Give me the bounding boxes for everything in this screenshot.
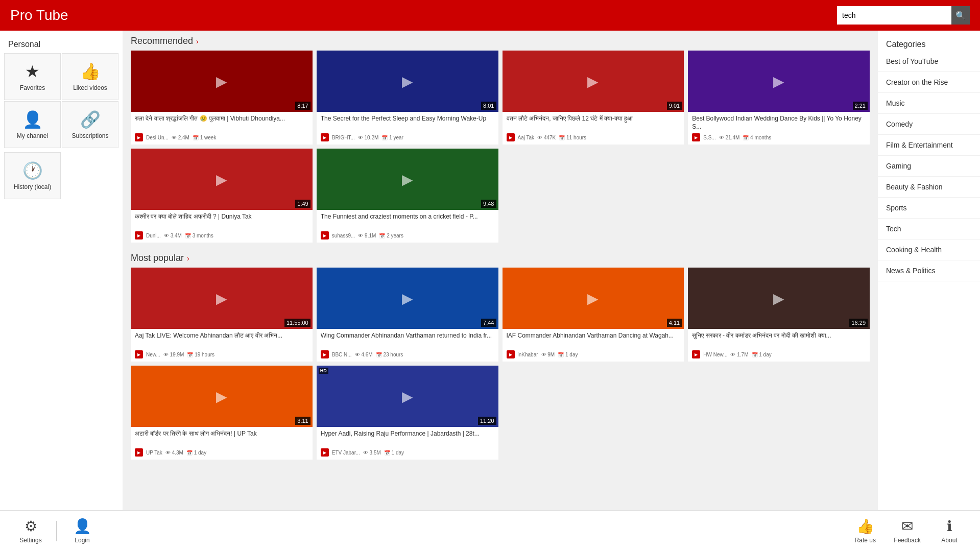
channel-name: Desi Un... (146, 135, 169, 140)
video-info: कश्मीर पर क्या बोले शाहिद अफरीदी ? | Dun… (131, 210, 313, 243)
app-title: Pro Tube (10, 7, 837, 23)
video-card-r6[interactable]: ▶ 9:48 The Funniest and craziest moments… (317, 149, 498, 243)
video-card-r4[interactable]: ▶ 2:21 Best Bollywood Indian Wedding Dan… (688, 51, 870, 145)
rate-us-label: Rate us (855, 537, 876, 544)
video-duration: 7:44 (481, 319, 496, 327)
views-meta: 👁 3.5M (363, 450, 381, 456)
sidebar-item-liked-videos[interactable]: 👍 Liked videos (62, 53, 118, 100)
sidebar-item-history[interactable]: 🕐 History (local) (4, 152, 61, 199)
views-meta: 👁 9.1M (358, 233, 376, 238)
my-channel-label: My channel (17, 132, 48, 139)
video-title: सुनिए सरकार - वीर कमांडर अभिनंदन पर मोदी… (692, 332, 866, 348)
category-item-comedy[interactable]: Comedy (878, 114, 980, 135)
thumb-bg: ▶ (317, 51, 498, 112)
video-thumb: ▶ 1:49 (131, 149, 313, 210)
age-meta: 📅 3 months (185, 233, 213, 238)
most-popular-arrow[interactable]: › (187, 254, 189, 262)
channel-icon: ▶ (692, 350, 700, 358)
video-thumb: ▶ 2:21 (688, 51, 870, 112)
category-item-creator-on-the-rise[interactable]: Creator on the Rise (878, 72, 980, 93)
video-card-p3[interactable]: ▶ 4:11 IAF Commander Abhinandan Varthama… (503, 268, 684, 362)
recommended-header: Recommended › (131, 36, 870, 46)
video-info: Hyper Aadi, Raising Raju Performance | J… (317, 427, 498, 460)
video-info: IAF Commander Abhinandan Varthaman Danci… (503, 329, 684, 362)
channel-name: Duni... (146, 233, 161, 238)
video-card-p4[interactable]: ▶ 16:29 सुनिए सरकार - वीर कमांडर अभिनंदन… (688, 268, 870, 362)
category-item-music[interactable]: Music (878, 93, 980, 114)
video-thumb: ▶ 9:01 (503, 51, 684, 112)
channel-icon: ▶ (321, 231, 329, 239)
video-card-r3[interactable]: ▶ 9:01 वतन लौटे अभिनंदन, जानिए पिछले 12 … (503, 51, 684, 145)
recommended-arrow[interactable]: › (196, 37, 199, 45)
category-item-sports[interactable]: Sports (878, 198, 980, 219)
video-card-p5[interactable]: ▶ 3:11 अटारी बॉर्डर पर तिरंगे के साथ लोग… (131, 366, 313, 460)
recommended-grid: ▶ 8:17 रुला देने वाला श्रद्धांजलि गीत 😢 … (131, 51, 870, 243)
video-title: रुला देने वाला श्रद्धांजलि गीत 😢 पुलवामा… (135, 115, 308, 131)
search-button[interactable]: 🔍 (951, 6, 970, 25)
category-item-tech[interactable]: Tech (878, 219, 980, 239)
video-title: Wing Commander Abhinandan Varthaman retu… (321, 332, 494, 348)
categories-title: Categories (878, 36, 980, 51)
login-icon: 👤 (74, 518, 91, 535)
channel-icon: ▶ (135, 133, 143, 141)
video-meta: ▶ Duni... 👁 3.4M 📅 3 months (135, 231, 308, 239)
category-item-gaming[interactable]: Gaming (878, 156, 980, 177)
video-meta: ▶ Aaj Tak 👁 447K 📅 11 hours (507, 133, 680, 141)
settings-button[interactable]: ⚙ Settings (10, 514, 51, 548)
channel-name: New... (146, 352, 160, 357)
video-card-p6[interactable]: ▶ HD 11:20 Hyper Aadi, Raising Raju Perf… (317, 366, 498, 460)
most-popular-header: Most popular › (131, 253, 870, 263)
video-info: अटारी बॉर्डर पर तिरंगे के साथ लोग अभिनंद… (131, 427, 313, 460)
thumb-bg: ▶ (317, 366, 498, 427)
channel-name: UP Tak (146, 450, 162, 456)
rate-us-button[interactable]: 👍 Rate us (845, 514, 886, 548)
login-button[interactable]: 👤 Login (62, 514, 103, 548)
video-info: रुला देने वाला श्रद्धांजलि गीत 😢 पुलवामा… (131, 112, 313, 145)
thumb-bg: ▶ (503, 268, 684, 329)
video-meta: ▶ BRIGHT... 👁 10.2M 📅 1 year (321, 133, 494, 141)
channel-icon: ▶ (321, 448, 329, 457)
categories-panel: Categories Best of YouTubeCreator on the… (878, 31, 980, 510)
star-icon: ★ (25, 62, 40, 81)
video-card-r2[interactable]: ▶ 8:01 The Secret for the Perfect Sleep … (317, 51, 498, 145)
category-item-cooking-health[interactable]: Cooking & Health (878, 239, 980, 260)
video-duration: 9:48 (481, 200, 496, 208)
category-item-beauty-fashion[interactable]: Beauty & Fashion (878, 177, 980, 198)
feedback-label: Feedback (894, 537, 921, 544)
sidebar-item-subscriptions[interactable]: 🔗 Subscriptions (62, 101, 118, 148)
subscriptions-label: Subscriptions (71, 132, 108, 139)
video-card-p2[interactable]: ▶ 7:44 Wing Commander Abhinandan Vartham… (317, 268, 498, 362)
search-input[interactable] (837, 6, 951, 25)
about-button[interactable]: ℹ About (929, 514, 970, 548)
video-meta: ▶ ETV Jabar... 👁 3.5M 📅 1 day (321, 448, 494, 457)
channel-name: BRIGHT... (332, 135, 355, 140)
video-card-r1[interactable]: ▶ 8:17 रुला देने वाला श्रद्धांजलि गीत 😢 … (131, 51, 313, 145)
video-thumb: ▶ 3:11 (131, 366, 313, 427)
channel-name: ETV Jabar... (332, 450, 360, 456)
views-meta: 👁 1.7M (730, 352, 748, 357)
thumb-bg: ▶ (688, 51, 870, 112)
channel-icon: ▶ (135, 448, 143, 457)
thumb-bg: ▶ (131, 51, 313, 112)
category-item-film-entertainment[interactable]: Film & Entertainment (878, 135, 980, 156)
video-title: The Funniest and craziest moments on a c… (321, 213, 494, 229)
video-card-r5[interactable]: ▶ 1:49 कश्मीर पर क्या बोले शाहिद अफरीदी … (131, 149, 313, 243)
video-duration: 8:01 (481, 102, 496, 110)
main-content: Personal ★ Favorites 👍 Liked videos 👤 My… (0, 31, 980, 510)
video-info: Aaj Tak LIVE: Welcome Abhinandan लौट आए … (131, 329, 313, 362)
category-item-news-politics[interactable]: News & Politics (878, 260, 980, 281)
feedback-button[interactable]: ✉ Feedback (886, 514, 929, 548)
sidebar-item-my-channel[interactable]: 👤 My channel (4, 101, 61, 148)
video-card-p1[interactable]: ▶ 11:55:00 Aaj Tak LIVE: Welcome Abhinan… (131, 268, 313, 362)
favorites-label: Favorites (20, 84, 45, 91)
video-meta: ▶ BBC N... 👁 4.6M 📅 23 hours (321, 350, 494, 358)
video-duration: 4:11 (667, 319, 682, 327)
sidebar-item-favorites[interactable]: ★ Favorites (4, 53, 61, 100)
video-meta: ▶ inKhabar 👁 9M 📅 1 day (507, 350, 680, 358)
category-item-best-of-youtube[interactable]: Best of YouTube (878, 51, 980, 72)
thumb-bg: ▶ (503, 51, 684, 112)
header: Pro Tube 🔍 (0, 0, 980, 31)
recommended-title: Recommended (131, 36, 193, 46)
feedback-icon: ✉ (901, 518, 913, 535)
channel-name: HW New... (703, 352, 727, 357)
